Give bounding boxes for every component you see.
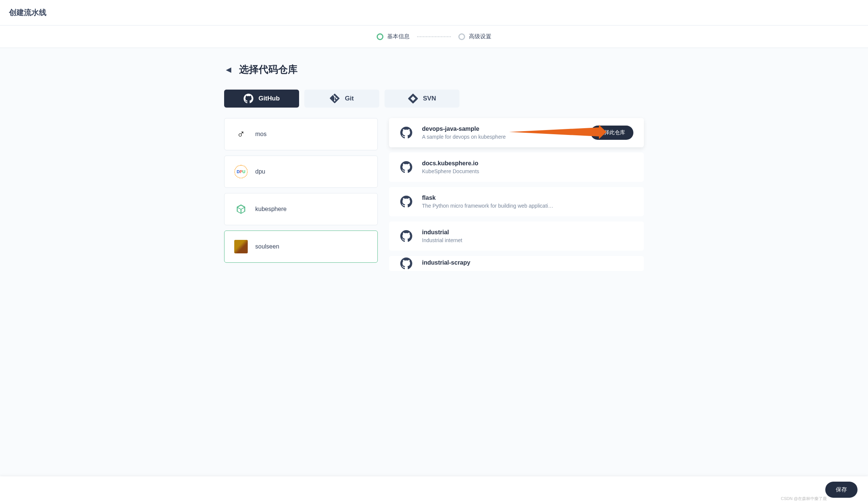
main-panel: GitHub Git SVN ♂ mos DPU dpu (224, 90, 644, 271)
org-item-soulseen[interactable]: soulseen (224, 231, 378, 263)
repo-desc: The Python micro framework for building … (422, 203, 633, 209)
repo-item-flask[interactable]: flask The Python micro framework for bui… (389, 187, 644, 216)
org-icon: DPU (234, 165, 248, 178)
content: ◄ 选择代码仓库 GitHub Git SVN ♂ mos (217, 48, 651, 308)
org-icon (234, 202, 248, 216)
page-title: 创建流水线 (9, 7, 859, 18)
repo-name: docs.kubesphere.io (422, 160, 633, 167)
github-icon (400, 229, 413, 243)
github-icon (400, 195, 413, 208)
avatar-icon (234, 240, 248, 253)
tab-label: SVN (423, 95, 436, 102)
repo-text: docs.kubesphere.io KubeSphere Documents (422, 160, 633, 174)
org-item-mos[interactable]: ♂ mos (224, 118, 378, 150)
org-icon: ♂ (234, 127, 248, 141)
svn-icon (408, 94, 418, 103)
body-grid: ♂ mos DPU dpu kubesphere soulseen (224, 118, 644, 271)
github-icon (400, 257, 413, 270)
git-icon (330, 94, 340, 103)
repo-item-devops-java-sample[interactable]: devops-java-sample A sample for devops o… (389, 118, 644, 147)
github-icon (400, 126, 413, 139)
source-tab-svn[interactable]: SVN (385, 90, 459, 108)
repo-name: flask (422, 195, 633, 201)
section-title: 选择代码仓库 (239, 63, 298, 76)
page-header: 创建流水线 (0, 0, 868, 25)
org-item-dpu[interactable]: DPU dpu (224, 156, 378, 188)
source-tabs: GitHub Git SVN (224, 90, 644, 108)
org-item-kubesphere[interactable]: kubesphere (224, 193, 378, 225)
repo-desc: KubeSphere Documents (422, 168, 633, 174)
step-basic-info[interactable]: 基本信息 (377, 33, 410, 40)
repo-item-industrial[interactable]: industrial Industrial internet (389, 222, 644, 251)
tab-label: GitHub (259, 95, 280, 102)
org-name: kubesphere (255, 206, 287, 213)
repo-name: industrial-scrapy (422, 259, 633, 266)
repo-item-docs-kubesphere[interactable]: docs.kubesphere.io KubeSphere Documents (389, 153, 644, 182)
step-advanced-settings[interactable]: 高级设置 (458, 33, 491, 40)
repo-list: devops-java-sample A sample for devops o… (389, 118, 644, 271)
repo-text: devops-java-sample A sample for devops o… (422, 126, 582, 140)
repo-name: devops-java-sample (422, 126, 582, 132)
repo-item-industrial-scrapy[interactable]: industrial-scrapy (389, 256, 644, 271)
repo-desc: Industrial internet (422, 237, 633, 243)
step-circle-icon (377, 33, 383, 40)
org-list: ♂ mos DPU dpu kubesphere soulseen (224, 118, 378, 271)
org-name: dpu (255, 168, 265, 175)
tab-label: Git (345, 95, 354, 102)
repo-text: industrial-scrapy (422, 259, 633, 268)
step-label: 基本信息 (387, 33, 410, 40)
org-name: mos (255, 131, 266, 138)
repo-name: industrial (422, 229, 633, 236)
org-name: soulseen (255, 243, 279, 250)
repo-text: flask The Python micro framework for bui… (422, 195, 633, 209)
back-arrow-icon[interactable]: ◄ (224, 64, 233, 75)
section-header: ◄ 选择代码仓库 (224, 63, 644, 76)
repo-text: industrial Industrial internet (422, 229, 633, 243)
source-tab-git[interactable]: Git (304, 90, 379, 108)
step-circle-icon (458, 33, 465, 40)
repo-desc: A sample for devops on kubesphere (422, 134, 582, 140)
step-label: 高级设置 (469, 33, 491, 40)
select-repo-button[interactable]: 选择此仓库 (591, 126, 633, 140)
github-icon (244, 94, 253, 103)
source-tab-github[interactable]: GitHub (224, 90, 299, 108)
github-icon (400, 160, 413, 174)
step-divider (417, 36, 451, 37)
steps-bar: 基本信息 高级设置 (0, 25, 868, 48)
